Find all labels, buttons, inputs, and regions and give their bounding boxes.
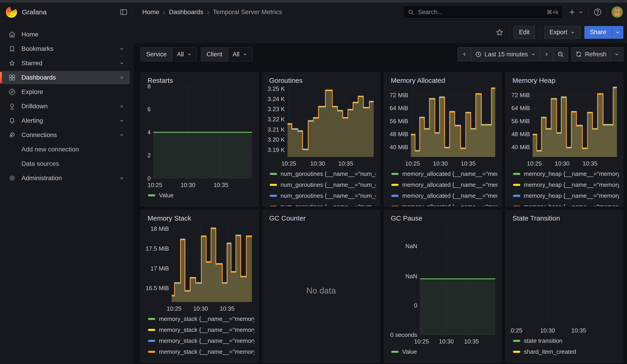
chevron-down-icon[interactable] <box>119 103 125 109</box>
svg-text:10:25: 10:25 <box>510 327 522 334</box>
legend-item[interactable]: memory_allocated {__name__="memo <box>391 193 498 199</box>
svg-text:10:35: 10:35 <box>461 160 476 167</box>
panel-header[interactable]: GC Pause <box>388 213 498 222</box>
sidebar-item-explore[interactable]: Explore <box>0 85 130 99</box>
refresh-button[interactable]: Refresh <box>571 47 610 61</box>
panel-gc-pause: GC Pause 0 seconds0NaNNaN10:2510:3010:35… <box>384 210 502 363</box>
zoom-out-button[interactable] <box>553 47 568 61</box>
sidebar-item-label: Add new connection <box>21 146 130 153</box>
chevron-down-icon[interactable] <box>119 60 125 66</box>
sidebar-item-alerting[interactable]: Alerting <box>0 114 130 127</box>
breadcrumb-home[interactable]: Home <box>142 8 159 16</box>
panel-header[interactable]: Goroutines <box>266 76 376 84</box>
service-filter-label[interactable]: Service <box>141 48 172 61</box>
legend-item[interactable]: num_goroutines {__name__="num_go <box>270 204 376 207</box>
legend-item[interactable]: num_goroutines {__name__="num_go <box>270 171 376 177</box>
legend-item[interactable]: memory_heap {__name__="memory_h <box>513 171 619 177</box>
panel-memory-stack: Memory Stack 16.5 MiB17 MiB17.5 MiB18 Mi… <box>140 210 259 363</box>
grafana-logo-icon[interactable] <box>5 6 17 18</box>
sidebar-toggle-icon[interactable] <box>119 8 128 16</box>
sidebar-item-add-new-connection[interactable]: Add new connection <box>0 143 130 156</box>
panel-header[interactable]: State Transition <box>510 213 619 222</box>
legend-item[interactable]: memory_allocated {__name__="memo <box>391 182 498 188</box>
sidebar-item-starred[interactable]: Starred <box>0 56 130 70</box>
legend-label: memory_stack {__name__="memory_s <box>159 326 254 333</box>
panel-header[interactable]: Memory Stack <box>145 213 254 222</box>
search-box[interactable]: ⌘+k <box>403 6 563 18</box>
panel-header[interactable]: Memory Allocated <box>388 76 498 84</box>
svg-text:10:35: 10:35 <box>338 160 353 167</box>
time-shift-forward-button[interactable] <box>540 47 553 61</box>
legend-item[interactable]: num_goroutines {__name__="num_go <box>270 193 376 199</box>
time-series-chart[interactable]: 0 seconds0NaNNaN10:2510:3010:35 <box>388 222 498 347</box>
legend-item[interactable]: state transition <box>513 338 619 344</box>
sidebar-item-drilldown[interactable]: Drilldown <box>0 100 130 113</box>
sidebar-item-dashboards[interactable]: Dashboards <box>0 71 130 84</box>
legend-item[interactable]: shard_item_created <box>513 349 619 355</box>
legend-item[interactable]: Value <box>391 349 498 355</box>
legend-item[interactable]: memory_allocated {__name__="memo <box>391 171 498 177</box>
legend-item[interactable]: memory_stack {__name__="memory_s <box>148 349 254 355</box>
sidebar-item-data-sources[interactable]: Data sources <box>0 157 130 170</box>
client-filter-label[interactable]: Client <box>201 48 228 61</box>
service-filter-value[interactable]: All <box>172 48 197 61</box>
client-filter-value[interactable]: All <box>228 48 252 61</box>
search-input[interactable] <box>418 8 547 16</box>
help-button[interactable] <box>593 7 602 17</box>
chevron-down-icon[interactable] <box>119 75 125 81</box>
chevron-down-icon[interactable] <box>119 118 125 124</box>
share-button[interactable]: Share <box>584 26 612 39</box>
chevron-down-icon[interactable] <box>119 46 125 52</box>
dashboard-toolbar: Service All Client All <box>140 47 623 61</box>
search-shortcut: ⌘+k <box>547 9 558 15</box>
user-avatar[interactable] <box>612 6 623 18</box>
time-series-chart[interactable]: 0246810:2510:3010:35 <box>145 84 254 190</box>
legend-item[interactable]: memory_heap {__name__="memory_h <box>513 182 619 188</box>
refresh-icon <box>575 51 582 58</box>
svg-text:10:35: 10:35 <box>219 305 234 312</box>
svg-text:64 MiB: 64 MiB <box>511 105 530 111</box>
refresh-interval-chevron[interactable] <box>610 47 623 61</box>
legend-item[interactable]: memory_stack {__name__="memory_s <box>148 316 254 322</box>
chevron-up-icon[interactable] <box>119 132 125 138</box>
refresh-group: Refresh <box>571 47 623 61</box>
panel-title: Restarts <box>148 77 254 84</box>
favorite-star-icon[interactable] <box>495 28 504 37</box>
time-series-chart[interactable]: 3.19 K3.20 K3.21 K3.22 K3.23 K3.24 K3.25… <box>266 84 376 169</box>
export-button[interactable]: Export <box>544 26 581 39</box>
panel-header[interactable]: GC Counter <box>266 213 376 222</box>
share-menu-chevron-icon[interactable] <box>612 26 623 39</box>
time-series-chart[interactable]: 10:2510:3010:35 <box>510 222 619 336</box>
edit-button[interactable]: Edit <box>514 26 535 39</box>
legend-item[interactable]: memory_stack {__name__="memory_s <box>148 338 254 344</box>
legend-swatch <box>513 173 520 175</box>
sidebar-item-label: Connections <box>21 131 119 139</box>
legend-item[interactable]: Value <box>148 192 254 199</box>
sidebar-item-administration[interactable]: Administration <box>0 171 130 185</box>
legend-swatch <box>270 195 277 197</box>
time-series-chart[interactable]: 16.5 MiB17 MiB17.5 MiB18 MiB10:2510:3010… <box>145 222 254 314</box>
panel-header[interactable]: Memory Heap <box>510 76 619 84</box>
breadcrumb-dashboards[interactable]: Dashboards <box>169 8 203 16</box>
sidebar-item-bookmarks[interactable]: Bookmarks <box>0 42 130 55</box>
time-shift-back-button[interactable] <box>458 47 471 61</box>
time-range-picker[interactable]: Last 15 minutes <box>471 47 540 61</box>
time-series-chart[interactable]: 40 MiB48 MiB56 MiB64 MiB72 MiB10:2510:30… <box>388 84 498 169</box>
sidebar-item-connections[interactable]: Connections <box>0 128 130 142</box>
legend-swatch <box>148 340 155 342</box>
panel-title: Goroutines <box>269 77 376 84</box>
breadcrumb-current-page: Temporal Server Metrics <box>213 8 282 16</box>
panel-header[interactable]: Restarts <box>145 76 254 84</box>
legend-item[interactable]: memory_heap {__name__="memory_h <box>513 204 619 207</box>
legend-item[interactable]: memory_stack {__name__="memory_s <box>148 327 254 333</box>
add-new-button[interactable] <box>568 8 584 16</box>
legend-label: state transition <box>524 337 563 344</box>
chevron-down-icon[interactable] <box>119 175 125 181</box>
legend-item[interactable]: memory_heap {__name__="memory_h <box>513 193 619 199</box>
legend-item[interactable]: num_goroutines {__name__="num_go <box>270 182 376 188</box>
sidebar-item-home[interactable]: Home <box>0 28 130 41</box>
time-series-chart[interactable]: 40 MiB48 MiB56 MiB64 MiB72 MiB10:2510:30… <box>510 84 619 169</box>
svg-text:72 MiB: 72 MiB <box>390 92 408 99</box>
legend-item[interactable]: memory_allocated {__name__="memo <box>391 204 498 207</box>
star-icon <box>8 59 16 67</box>
